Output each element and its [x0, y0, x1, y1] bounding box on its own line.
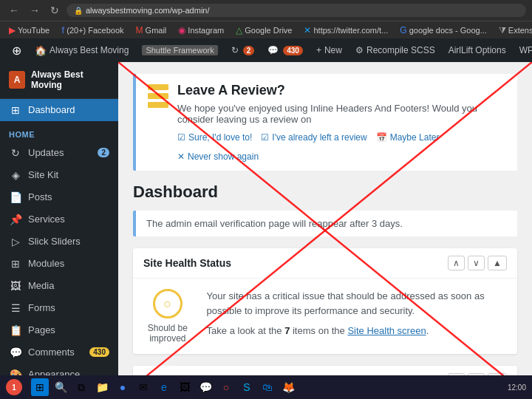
bookmarks-bar: ▶ YouTube f (20+) Facebook M Gmail ◉ Ins…: [0, 21, 532, 38]
bookmark-facebook-label: (20+) Facebook: [66, 26, 123, 35]
sidebar-item-forms[interactable]: ☰ Forms: [0, 297, 118, 319]
admin-bar-airlift[interactable]: AirlLift Options: [443, 38, 512, 62]
admin-bar-recompile[interactable]: ⚙ Recompile SCSS: [349, 38, 441, 62]
admin-bar-site-name[interactable]: 🏠 Always Best Moving: [29, 38, 134, 62]
instagram-icon: ◉: [178, 25, 185, 35]
facebook-icon: f: [61, 25, 64, 35]
sidebar-item-pages[interactable]: 📋 Pages: [0, 319, 118, 341]
gdocs-icon: G: [400, 25, 406, 35]
bookmark-youtube[interactable]: ▶ YouTube: [4, 24, 54, 37]
widget-close-btn[interactable]: ▲: [488, 256, 507, 270]
widget-toggle-btn[interactable]: ∨: [468, 256, 485, 270]
taskbar-photos-btn[interactable]: 🖼: [176, 378, 194, 396]
forward-button[interactable]: →: [27, 3, 43, 18]
review-action-love[interactable]: ☑ Sure, I'd love to!: [177, 132, 252, 143]
taskbar-chrome-btn[interactable]: ●: [114, 378, 132, 396]
taskbar-user-icon: 1: [6, 379, 22, 395]
widget-collapse-btn[interactable]: ∧: [448, 256, 465, 270]
bookmark-gdocs-label: google docs - Goog...: [409, 26, 487, 35]
taskbar-whatsapp-btn[interactable]: 💬: [197, 378, 214, 396]
admin-bar-updates[interactable]: ↻ 2: [225, 38, 261, 62]
taskbar-explorer-btn[interactable]: 📁: [93, 378, 111, 396]
browser-chrome: ← → ↻ 🔒 alwaysbestmoving.com/wp-admin/: [0, 0, 532, 21]
sidebar-forms-label: Forms: [28, 302, 109, 313]
comments-badge: 430: [283, 46, 303, 55]
taskbar-windows-btn[interactable]: ⊞: [31, 378, 49, 396]
health-text: Your site has a critical issue that shou…: [207, 289, 507, 338]
bookmark-extensions[interactable]: ⧩ Extensio...: [494, 24, 532, 37]
sidebar-item-services[interactable]: 📌 Services: [0, 208, 118, 231]
twitter-icon: ✕: [304, 25, 311, 35]
recompile-label: Recompile SCSS: [366, 45, 435, 55]
bookmark-extensions-label: Extensio...: [508, 26, 532, 35]
sidebar-sitekit-label: Site Kit: [28, 169, 109, 180]
bookmark-facebook[interactable]: f (20+) Facebook: [57, 24, 128, 37]
admin-notice: The admin email verification page will r…: [133, 211, 517, 236]
bookmark-gmail[interactable]: M Gmail: [132, 24, 171, 37]
later-icon: 📅: [376, 132, 387, 143]
taskbar-skype-btn[interactable]: S: [238, 378, 256, 396]
home-icon: 🏠: [35, 45, 47, 56]
review-desc: We hope you've enjoyed using Inline Head…: [177, 103, 505, 125]
bookmark-gdocs[interactable]: G google docs - Goog...: [395, 24, 491, 37]
taskbar-chrome2-btn[interactable]: ○: [217, 378, 235, 396]
admin-bar-comments[interactable]: 💬 430: [262, 38, 309, 62]
url-text: alwaysbestmoving.com/wp-admin/: [86, 6, 210, 15]
sidebar-item-sitekit[interactable]: ◈ Site Kit: [0, 164, 118, 186]
taskbar-mail-btn[interactable]: ✉: [134, 378, 152, 396]
new-icon: +: [316, 45, 321, 55]
refresh-button[interactable]: ↻: [47, 3, 62, 18]
sidebar-item-posts[interactable]: 📄 Posts: [0, 186, 118, 208]
taskbar-taskview-btn[interactable]: ⧉: [72, 378, 90, 396]
bookmark-twitter[interactable]: ✕ https://twitter.com/t...: [299, 24, 392, 37]
services-icon: 📌: [9, 214, 22, 225]
modules-icon: ⊞: [9, 258, 22, 270]
sidebar-item-comments[interactable]: 💬 Comments 430: [0, 341, 118, 364]
comments-nav-badge: 430: [89, 347, 109, 357]
review-action-never[interactable]: ✕ Never show again: [177, 151, 259, 162]
health-screen-link[interactable]: Site Health screen: [347, 325, 426, 336]
review-action-later[interactable]: 📅 Maybe Later: [376, 132, 440, 143]
sidebar-item-updates[interactable]: ↻ Updates 2: [0, 142, 118, 164]
health-items-text: Take a look at the 7 items on the Site H…: [207, 324, 507, 338]
back-button[interactable]: ←: [6, 3, 22, 18]
sidebar-item-media[interactable]: 🖼 Media: [0, 275, 118, 297]
bookmark-gdrive[interactable]: △ Google Drive: [231, 24, 296, 37]
taskbar-firefox-btn[interactable]: 🦊: [279, 378, 297, 396]
new-label: New: [324, 45, 342, 55]
widget-controls: ∧ ∨ ▲: [448, 256, 507, 270]
bookmark-instagram[interactable]: ◉ Instagram: [174, 24, 228, 37]
health-label: Should be improved: [143, 323, 192, 344]
gmail-icon: M: [136, 25, 143, 35]
bookmark-twitter-label: https://twitter.com/t...: [313, 26, 388, 35]
youtube-icon: ▶: [9, 25, 16, 35]
shuttle-label: Shuttle Framework: [142, 45, 217, 55]
admin-bar-new[interactable]: + New: [310, 38, 348, 62]
sidebar-modules-label: Modules: [28, 258, 109, 269]
sidebar-item-modules[interactable]: ⊞ Modules: [0, 253, 118, 275]
review-action-already[interactable]: ☑ I've already left a review: [261, 132, 366, 143]
review-actions: ☑ Sure, I'd love to! ☑ I've already left…: [177, 132, 505, 162]
sidebar: A Always Best Moving ⊞ Dashboard Home ↻ …: [0, 62, 118, 399]
taskbar-edge-btn[interactable]: e: [155, 378, 173, 396]
taskbar-search-btn[interactable]: 🔍: [52, 378, 69, 396]
comments-nav-icon: 💬: [9, 347, 22, 358]
sidebar-dashboard-label: Dashboard: [28, 104, 109, 115]
sidebar-media-label: Media: [28, 280, 109, 291]
sidebar-item-slick-sliders[interactable]: ▷ Slick Sliders: [0, 231, 118, 253]
sidebar-sliders-label: Slick Sliders: [28, 236, 109, 247]
sidebar-item-dashboard[interactable]: ⊞ Dashboard: [0, 99, 118, 121]
sidebar-comments-label: Comments: [28, 347, 83, 358]
review-title: Leave A Review?: [177, 83, 505, 98]
health-circle: ○: [153, 289, 183, 318]
wp-admin-bar: ⊕ 🏠 Always Best Moving Shuttle Framework…: [0, 38, 532, 62]
health-pre: Take a look at the: [207, 325, 285, 336]
taskbar-store-btn[interactable]: 🛍: [259, 378, 276, 396]
love-icon: ☑: [177, 132, 185, 143]
wp-logo-item[interactable]: ⊕: [6, 38, 27, 62]
admin-bar-shuttle[interactable]: Shuttle Framework: [136, 38, 223, 62]
admin-bar-wprocket[interactable]: WP Rocket: [514, 38, 532, 62]
sidebar-pages-label: Pages: [28, 324, 109, 335]
url-bar[interactable]: 🔒 alwaysbestmoving.com/wp-admin/: [66, 4, 526, 17]
site-health-body: ○ Should be improved Your site has a cri…: [133, 279, 517, 354]
